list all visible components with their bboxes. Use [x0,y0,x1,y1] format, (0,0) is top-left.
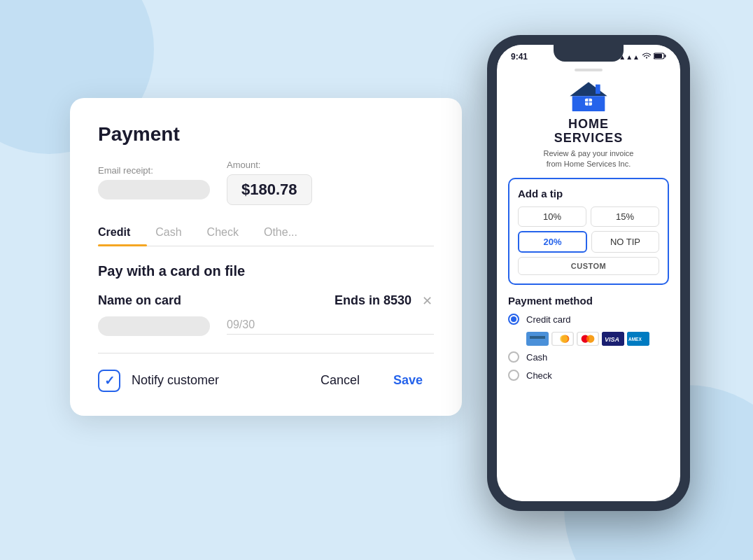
svg-text:VISA: VISA [605,336,619,343]
svg-rect-10 [530,336,545,339]
svg-point-13 [560,335,568,343]
house-icon [564,80,613,115]
card-info-row: Name on card Ends in 8530 ✕ [98,293,434,308]
card-row-divider [98,353,434,354]
phone-frame: 9:41 ▲▲▲ [487,35,690,511]
payment-card: Payment Email receipt: Amount: $180.78 C… [70,98,462,416]
card-icon-visa: VISA [602,332,624,346]
method-check: Check [508,370,669,381]
tip-15-button[interactable]: 15% [591,206,659,227]
company-subtitle: Review & pay your invoicefrom Home Servi… [508,148,669,170]
amount-label: Amount: [227,160,312,170]
tab-cash[interactable]: Cash [155,219,198,246]
method-credit-label: Credit card [526,314,571,325]
method-cash-label: Cash [526,352,547,363]
tip-10-button[interactable]: 10% [518,206,586,227]
payment-method-title: Payment method [508,295,669,307]
tip-custom-button[interactable]: CUSTOM [518,257,659,275]
logo-section: HOME SERVICES Review & pay your invoicef… [508,74,669,178]
method-cash: Cash [508,351,669,363]
bottom-row: ✓ Notify customer Cancel Save [98,368,434,393]
wifi-icon [642,52,651,61]
tab-credit[interactable]: Credit [98,219,147,246]
card-icon-amex: AMEX [627,332,649,346]
remove-card-icon[interactable]: ✕ [420,294,434,308]
tip-section: Add a tip 10% 15% 20% NO TIP CUSTOM [508,178,669,285]
radio-check[interactable] [508,370,519,381]
payment-header-row: Email receipt: Amount: $180.78 [98,160,434,205]
checkmark-icon: ✓ [104,373,115,388]
tip-notip-button[interactable]: NO TIP [591,231,659,253]
card-icon-generic [526,332,549,346]
email-placeholder [98,180,210,200]
pay-with-card-title: Pay with a card on file [98,263,434,279]
amount-section: Amount: $180.78 [227,160,312,205]
radio-cash[interactable] [508,351,519,363]
phone-mockup: 9:41 ▲▲▲ [487,35,690,511]
notify-checkbox[interactable]: ✓ [98,370,120,392]
tab-other[interactable]: Othe... [264,219,306,246]
amount-value: $180.78 [227,174,312,205]
payment-method-section: Payment method Credit card [508,295,669,381]
card-input-row: 09/30 [98,316,434,336]
status-icons: ▲▲▲ [619,52,666,61]
card-icon-discover [551,332,574,346]
svg-rect-2 [665,55,666,57]
phone-notch [554,45,624,62]
svg-rect-1 [654,54,662,58]
payment-tabs: Credit Cash Check Othe... [98,219,434,246]
email-label: Email receipt: [98,165,210,176]
method-credit-card: Credit card [508,314,669,325]
tab-check[interactable]: Check [207,219,255,246]
notify-label: Notify customer [132,373,298,388]
radio-credit-card[interactable] [508,314,519,325]
card-name-input[interactable] [98,316,210,336]
company-name: HOME SERVICES [508,118,669,146]
battery-icon [654,52,666,61]
card-icons-row: VISA AMEX [526,332,669,346]
save-button[interactable]: Save [382,368,434,393]
cancel-button[interactable]: Cancel [309,368,371,393]
house-logo [508,80,669,115]
email-section: Email receipt: [98,165,210,200]
tip-buttons-bottom-row: 20% NO TIP [518,231,659,253]
phone-content: HOME SERVICES Review & pay your invoicef… [497,74,680,501]
phone-screen: 9:41 ▲▲▲ [497,45,680,501]
card-ends-group: Ends in 8530 ✕ [335,293,434,308]
svg-marker-3 [570,82,607,96]
tip-20-button[interactable]: 20% [518,231,587,253]
svg-text:AMEX: AMEX [628,337,642,342]
card-expiry-value: 09/30 [227,318,434,335]
tip-buttons-top-row: 10% 15% [518,206,659,227]
svg-rect-4 [596,85,600,94]
scroll-indicator [575,69,603,71]
card-ends-value: Ends in 8530 [335,293,411,308]
status-time: 9:41 [511,52,528,62]
tip-title: Add a tip [518,188,659,200]
payment-title: Payment [98,123,434,146]
card-icon-mastercard [577,332,599,346]
method-check-label: Check [526,370,552,381]
card-name-label: Name on card [98,293,181,308]
